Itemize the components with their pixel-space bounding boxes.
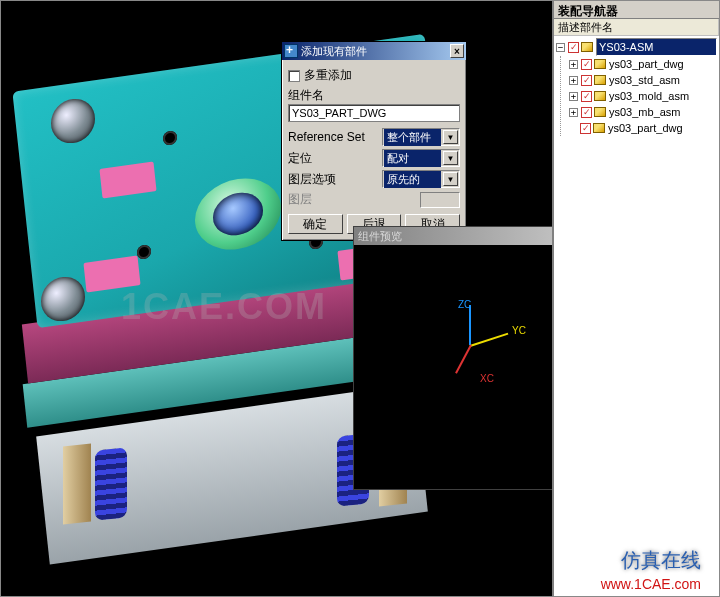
guide-pillar — [63, 444, 91, 525]
tree-child-label[interactable]: ys03_part_dwg — [608, 120, 683, 136]
chevron-down-icon[interactable]: ▼ — [443, 151, 458, 165]
ok-button[interactable]: 确定 — [288, 214, 343, 234]
expand-icon[interactable]: + — [569, 92, 578, 101]
footer-url: www.1CAE.com — [601, 576, 701, 592]
tree-child-label[interactable]: ys03_part_dwg — [609, 56, 684, 72]
part-icon — [594, 75, 606, 85]
tree-child-label[interactable]: ys03_mold_asm — [609, 88, 689, 104]
reference-set-value: 整个部件 — [384, 129, 441, 146]
tree-checkbox[interactable] — [581, 59, 592, 70]
preview-title-text: 组件预览 — [358, 229, 402, 244]
column-header-name[interactable]: 描述部件名 — [554, 19, 719, 36]
spring — [95, 447, 127, 520]
expand-icon[interactable]: + — [569, 60, 578, 69]
tree-children: + ys03_part_dwg + ys03_std_asm + ys03_mo… — [560, 56, 717, 136]
close-icon[interactable]: × — [450, 44, 464, 58]
tree-root-label[interactable]: YS03-ASM — [596, 38, 717, 56]
add-existing-component-dialog: 添加现有部件 × 多重添加 组件名 Reference Set 整个部件 ▼ 定… — [281, 41, 467, 241]
component-preview-window: 组件预览 ZC YC XC — [353, 226, 557, 490]
tree-checkbox[interactable] — [568, 42, 579, 53]
tree-checkbox[interactable] — [580, 123, 591, 134]
preview-viewport[interactable]: ZC YC XC — [354, 245, 556, 489]
component-name-input[interactable] — [288, 104, 460, 122]
layer-input-disabled — [420, 192, 460, 208]
dialog-title-text: 添加现有部件 — [301, 44, 367, 59]
tree-child-node[interactable]: + ys03_mb_asm — [569, 104, 717, 120]
expand-icon[interactable]: + — [569, 76, 578, 85]
collapse-icon[interactable]: − — [556, 43, 565, 52]
axis-y-label: YC — [512, 325, 526, 336]
layer-option-select[interactable]: 原先的 ▼ — [382, 170, 460, 188]
reference-set-select[interactable]: 整个部件 ▼ — [382, 128, 460, 146]
sprue-bushing — [195, 173, 281, 255]
tree-child-node[interactable]: + ys03_mold_asm — [569, 88, 717, 104]
position-label: 定位 — [288, 150, 378, 167]
layer-option-label: 图层选项 — [288, 171, 378, 188]
chevron-down-icon[interactable]: ▼ — [443, 130, 458, 144]
panel-title: 装配导航器 — [554, 1, 719, 19]
panel-column-header[interactable]: 描述部件名 — [554, 19, 719, 36]
tree-root-node[interactable]: − YS03-ASM — [556, 38, 717, 56]
layer-label: 图层 — [288, 191, 416, 208]
dialog-icon — [284, 44, 298, 58]
part-icon — [594, 91, 606, 101]
multi-add-checkbox[interactable] — [288, 70, 300, 82]
axis-x-label: XC — [480, 373, 494, 384]
layer-option-value: 原先的 — [384, 171, 441, 188]
tree-child-label[interactable]: ys03_mb_asm — [609, 104, 681, 120]
tree-checkbox[interactable] — [581, 107, 592, 118]
part-icon — [594, 59, 606, 69]
tree-child-node[interactable]: + ys03_std_asm — [569, 72, 717, 88]
tree-checkbox[interactable] — [581, 91, 592, 102]
part-icon — [594, 107, 606, 117]
reference-set-label: Reference Set — [288, 130, 378, 144]
preview-titlebar[interactable]: 组件预览 — [354, 227, 556, 245]
assembly-navigator-panel: 装配导航器 描述部件名 − YS03-ASM + ys03_part_dwg +… — [552, 1, 719, 597]
tree-child-label[interactable]: ys03_std_asm — [609, 72, 680, 88]
part-icon — [593, 123, 605, 133]
footer-brand-cn: 仿真在线 — [621, 547, 701, 574]
position-value: 配对 — [384, 150, 441, 167]
axis-z-label: ZC — [458, 299, 471, 310]
expand-icon[interactable]: + — [569, 108, 578, 117]
component-name-label: 组件名 — [288, 87, 460, 104]
dialog-titlebar[interactable]: 添加现有部件 × — [282, 42, 466, 60]
chevron-down-icon[interactable]: ▼ — [443, 172, 458, 186]
tree-child-node[interactable]: + ys03_part_dwg — [569, 56, 717, 72]
tree-checkbox[interactable] — [581, 75, 592, 86]
multi-add-row: 多重添加 — [288, 67, 460, 84]
position-select[interactable]: 配对 ▼ — [382, 149, 460, 167]
multi-add-label: 多重添加 — [304, 67, 352, 84]
assembly-icon — [581, 42, 593, 52]
assembly-tree[interactable]: − YS03-ASM + ys03_part_dwg + ys03_std_as… — [554, 36, 719, 138]
tree-child-node[interactable]: ys03_part_dwg — [569, 120, 717, 136]
